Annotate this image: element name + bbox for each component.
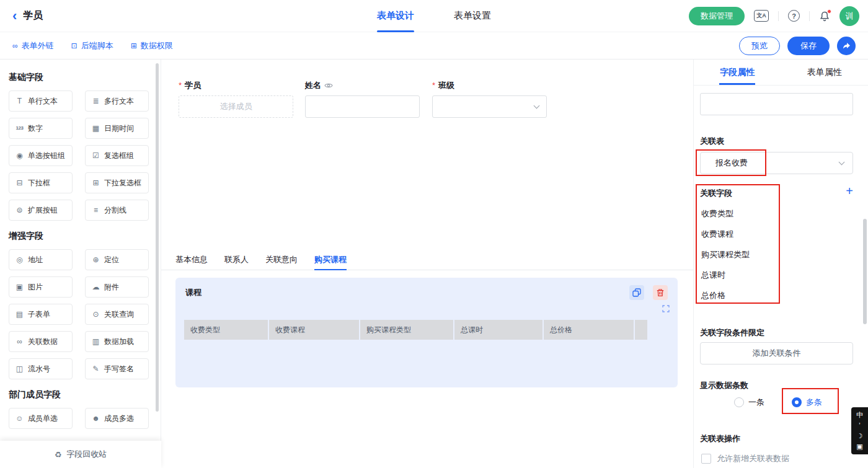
column-header: 总价格 bbox=[544, 320, 634, 340]
link-label: 数据权限 bbox=[141, 40, 173, 51]
field-item-location[interactable]: ⊕定位 bbox=[85, 249, 149, 270]
help-icon[interactable]: ? bbox=[788, 10, 800, 22]
property-input[interactable] bbox=[700, 93, 853, 115]
related-table-select[interactable]: 报名收费 bbox=[700, 152, 853, 174]
serial-number-icon: ◫ bbox=[15, 365, 24, 373]
sub-toolbar: ∞ 表单外链 ⊡ 后端脚本 ⊞ 数据权限 预览 保存 bbox=[0, 32, 868, 60]
field-item-label: 分割线 bbox=[104, 205, 126, 216]
related-fields-label: 关联字段 bbox=[700, 188, 732, 199]
field-item-label: 数据加载 bbox=[104, 337, 134, 347]
field-item-divider[interactable]: ≡分割线 bbox=[85, 200, 149, 221]
required-star: * bbox=[179, 81, 182, 90]
field-item-multi-dropdown[interactable]: ⊞下拉复选框 bbox=[85, 172, 149, 193]
backend-script-button[interactable]: ⊡ 后端脚本 bbox=[71, 40, 113, 51]
properties-scrollbar[interactable] bbox=[863, 219, 867, 324]
input-method-widget[interactable]: 中 ʼ ☽ ▣ bbox=[851, 407, 868, 454]
back-chevron-icon[interactable]: ‹ bbox=[12, 9, 17, 23]
add-related-field-button[interactable]: + bbox=[846, 185, 853, 197]
tab-basic-info[interactable]: 基本信息 bbox=[175, 249, 208, 270]
field-item-label: 流水号 bbox=[28, 364, 50, 374]
field-item-number[interactable]: 123数字 bbox=[9, 118, 73, 139]
location-icon: ⊕ bbox=[91, 256, 100, 263]
related-table-label: 关联表 bbox=[700, 136, 724, 147]
avatar[interactable]: 训 bbox=[839, 6, 859, 26]
field-item-related-query[interactable]: ⊙关联查询 bbox=[85, 304, 149, 325]
field-item-dropdown[interactable]: ⊟下拉框 bbox=[9, 172, 73, 193]
field-item-label: 关联查询 bbox=[104, 309, 134, 320]
field-item-single-line-text[interactable]: T单行文本 bbox=[9, 91, 73, 112]
field-recycle-bin[interactable]: ♻ 字段回收站 bbox=[0, 441, 161, 468]
preview-button[interactable]: 预览 bbox=[739, 37, 780, 55]
tab-contacts[interactable]: 联系人 bbox=[224, 249, 249, 270]
course-subform-panel[interactable]: 课程 收费类型 收费课程 购买课程类型 总课时 总价格 bbox=[175, 278, 678, 387]
form-field-student[interactable]: *学员 选择成员 bbox=[179, 81, 293, 118]
eye-icon bbox=[324, 82, 333, 89]
expand-button[interactable] bbox=[662, 305, 670, 312]
data-manage-button[interactable]: 数据管理 bbox=[689, 7, 745, 25]
related-field-item[interactable]: 收费课程 bbox=[701, 229, 733, 239]
dropdown-icon: ⊟ bbox=[15, 179, 24, 187]
allow-add-checkbox[interactable] bbox=[701, 454, 711, 464]
field-item-serial-number[interactable]: ◫流水号 bbox=[9, 358, 73, 379]
single-line-text-icon: T bbox=[15, 97, 24, 105]
related-field-item[interactable]: 总课时 bbox=[701, 270, 725, 280]
data-load-icon: ▥ bbox=[91, 338, 100, 345]
tab-form-properties[interactable]: 表单属性 bbox=[781, 60, 868, 85]
field-item-related-data[interactable]: ∞关联数据 bbox=[9, 331, 73, 352]
link-icon: ∞ bbox=[12, 42, 18, 50]
field-item-multi-line-text[interactable]: ≣多行文本 bbox=[85, 91, 149, 112]
related-field-item[interactable]: 收费类型 bbox=[701, 208, 733, 219]
copy-button[interactable] bbox=[629, 285, 644, 300]
related-field-item[interactable]: 总价格 bbox=[701, 290, 725, 301]
save-button[interactable]: 保存 bbox=[787, 37, 830, 55]
extend-button-icon: ⊜ bbox=[15, 206, 24, 214]
tab-form-settings[interactable]: 表单设置 bbox=[454, 0, 491, 32]
notification-bell-icon[interactable] bbox=[819, 11, 830, 22]
field-item-extend-button[interactable]: ⊜扩展按钮 bbox=[9, 200, 73, 221]
field-item-member-multi[interactable]: ☻成员多选 bbox=[85, 408, 149, 429]
field-item-image[interactable]: ▣图片 bbox=[9, 276, 73, 298]
related-field-item[interactable]: 购买课程类型 bbox=[701, 249, 750, 260]
recycle-bin-icon: ♻ bbox=[55, 450, 62, 459]
share-button[interactable] bbox=[837, 37, 856, 55]
radio-single[interactable]: 一条 bbox=[734, 397, 764, 408]
sidebar-scrollbar[interactable] bbox=[156, 63, 159, 412]
field-item-radio-group[interactable]: ◉单选按钮组 bbox=[9, 145, 73, 166]
tab-field-properties[interactable]: 字段属性 bbox=[694, 60, 781, 85]
class-select-input[interactable] bbox=[432, 95, 547, 118]
allow-add-row: 允许新增关联表数据 bbox=[701, 453, 789, 464]
translate-icon[interactable]: 文A bbox=[754, 10, 769, 22]
field-item-address[interactable]: ◎地址 bbox=[9, 249, 73, 270]
address-icon: ◎ bbox=[15, 256, 24, 263]
field-item-datetime[interactable]: ▦日期时间 bbox=[85, 118, 149, 139]
field-item-checkbox-group[interactable]: ☑复选框组 bbox=[85, 145, 149, 166]
member-picker-input[interactable]: 选择成员 bbox=[179, 95, 293, 118]
data-permission-button[interactable]: ⊞ 数据权限 bbox=[131, 40, 173, 51]
field-item-label: 附件 bbox=[104, 282, 119, 293]
field-item-label: 日期时间 bbox=[104, 123, 134, 134]
field-item-data-load[interactable]: ▥数据加载 bbox=[85, 331, 149, 352]
name-text-input[interactable] bbox=[305, 95, 420, 118]
multi-line-text-icon: ≣ bbox=[91, 97, 100, 105]
delete-button[interactable] bbox=[653, 285, 668, 300]
field-item-member-single[interactable]: ☺成员单选 bbox=[9, 408, 73, 429]
form-external-link-button[interactable]: ∞ 表单外链 bbox=[12, 40, 54, 51]
add-condition-button[interactable]: 添加关联条件 bbox=[700, 342, 853, 364]
field-item-signature[interactable]: ✎手写签名 bbox=[85, 358, 149, 379]
tab-related-intent[interactable]: 关联意向 bbox=[265, 249, 298, 270]
share-icon bbox=[842, 41, 851, 50]
recycle-bin-label: 字段回收站 bbox=[66, 449, 107, 460]
form-field-name[interactable]: 姓名 bbox=[305, 81, 420, 118]
field-item-attachment[interactable]: ☁附件 bbox=[85, 276, 149, 298]
form-field-class[interactable]: *班级 bbox=[432, 81, 547, 118]
column-header: 收费类型 bbox=[184, 320, 268, 340]
tab-form-design[interactable]: 表单设计 bbox=[377, 0, 414, 32]
tab-purchase-course[interactable]: 购买课程 bbox=[314, 249, 347, 270]
radio-multiple[interactable]: 多条 bbox=[792, 397, 822, 408]
top-header: ‹ 学员 表单设计 表单设置 数据管理 文A ? 训 bbox=[0, 0, 868, 32]
image-icon: ▣ bbox=[15, 283, 24, 291]
form-canvas: *学员 选择成员 姓名 *班级 基本信息 联系人 关联意向 购买课程 课程 bbox=[161, 60, 693, 468]
field-item-label: 下拉复选框 bbox=[104, 178, 141, 188]
field-item-subform[interactable]: ▤子表单 bbox=[9, 304, 73, 325]
ime-lang-indicator: 中 bbox=[856, 412, 863, 418]
